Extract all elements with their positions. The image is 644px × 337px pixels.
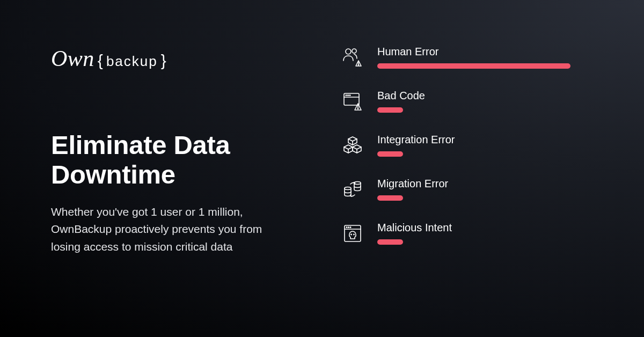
- chart-row-text: Migration Error: [377, 178, 601, 201]
- left-column: Own { backup } Eliminate Data Downtime W…: [51, 46, 309, 305]
- svg-point-10: [357, 108, 358, 109]
- chart-row-text: Bad Code: [377, 90, 601, 113]
- svg-point-6: [346, 95, 347, 96]
- svg-point-19: [353, 234, 355, 236]
- chart-row-text: Human Error: [377, 46, 601, 69]
- chart-bar: [377, 151, 403, 157]
- svg-point-15: [346, 227, 347, 228]
- brand-own: Own: [51, 46, 94, 71]
- chart-label: Malicious Intent: [377, 222, 601, 234]
- svg-point-0: [346, 49, 351, 54]
- chart-bar: [377, 239, 403, 245]
- brand-brace-close: }: [161, 52, 166, 70]
- brand-backup: backup: [106, 53, 158, 70]
- svg-point-8: [349, 95, 350, 96]
- boxes-icon: [341, 134, 364, 157]
- page-headline: Eliminate Data Downtime: [51, 130, 309, 189]
- svg-point-3: [358, 64, 358, 65]
- chart-label: Bad Code: [377, 90, 601, 102]
- brand-logo: Own { backup }: [51, 46, 309, 71]
- chart-row: Malicious Intent: [341, 222, 601, 245]
- brand-brace-open: {: [98, 52, 103, 70]
- svg-point-1: [352, 49, 356, 53]
- svg-point-17: [350, 227, 351, 228]
- svg-point-18: [350, 234, 352, 236]
- chart-label: Integration Error: [377, 134, 601, 146]
- headline-line1: Eliminate Data: [51, 130, 230, 159]
- people-warning-icon: [341, 46, 364, 69]
- window-warning-icon: [341, 90, 364, 113]
- svg-point-16: [348, 227, 349, 228]
- page-root: Own { backup } Eliminate Data Downtime W…: [0, 0, 644, 337]
- chart-row: Migration Error: [341, 178, 601, 201]
- skull-window-icon: [341, 222, 364, 245]
- database-transfer-icon: [341, 178, 364, 201]
- headline-line2: Downtime: [51, 160, 175, 189]
- svg-point-11: [345, 187, 351, 190]
- chart-bar: [377, 195, 403, 201]
- svg-point-7: [348, 95, 349, 96]
- chart-row-text: Malicious Intent: [377, 222, 601, 245]
- chart-label: Human Error: [377, 46, 601, 58]
- chart-panel: Human Error Bad Code: [309, 46, 601, 305]
- page-subhead: Whether you've got 1 user or 1 million, …: [51, 203, 287, 256]
- chart-bar: [377, 63, 570, 69]
- chart-row-text: Integration Error: [377, 134, 601, 157]
- chart-row: Integration Error: [341, 134, 601, 157]
- chart-row: Bad Code: [341, 90, 601, 113]
- chart-row: Human Error: [341, 46, 601, 69]
- chart-bar: [377, 107, 403, 113]
- chart-label: Migration Error: [377, 178, 601, 190]
